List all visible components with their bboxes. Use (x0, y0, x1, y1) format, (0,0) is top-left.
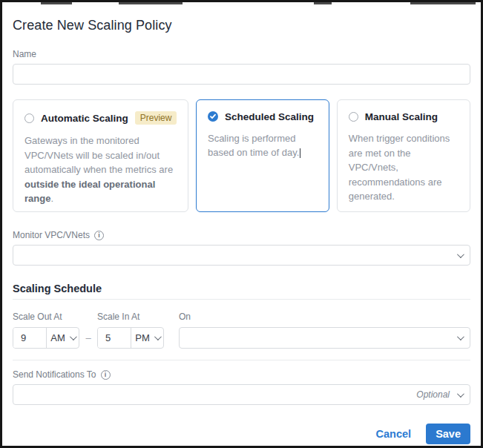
chevron-down-icon (457, 251, 464, 258)
clipped-background-text (410, 2, 476, 4)
card-header: Scheduled Scaling (208, 111, 318, 122)
create-scaling-policy-modal: Create New Scaling Policy Name Automatic… (2, 7, 481, 448)
desc-text: Scaling is performed based on time of da… (208, 133, 299, 159)
scaling-schedule-heading: Scaling Schedule (13, 283, 470, 294)
scale-out-meridiem-select[interactable]: AM (47, 328, 79, 348)
chevron-down-icon (154, 333, 162, 340)
desc-bold: outside the ideal operational range (24, 179, 155, 205)
on-label: On (179, 312, 470, 323)
send-notifications-select[interactable]: Optional (13, 384, 470, 405)
scale-in-time-group: PM (97, 327, 164, 349)
name-label: Name (13, 49, 470, 59)
scale-out-column: Scale Out At AM (13, 312, 79, 349)
card-title: Scheduled Scaling (225, 111, 314, 122)
card-scheduled-scaling[interactable]: Scheduled Scaling Scaling is performed b… (196, 99, 329, 212)
card-header: Manual Scaling (349, 111, 459, 122)
clipped-background-text (119, 2, 183, 4)
radio-unchecked-icon[interactable] (24, 113, 34, 123)
cancel-button[interactable]: Cancel (376, 428, 412, 440)
screenshot-frame: Create New Scaling Policy Name Automatic… (0, 0, 483, 448)
meridiem-value: PM (135, 332, 150, 343)
scale-out-time-group: AM (13, 327, 79, 349)
policy-type-cards: Automatic Scaling Preview Gateways in th… (13, 99, 470, 212)
scale-in-meridiem-select[interactable]: PM (131, 328, 163, 348)
monitor-vpc-label: Monitor VPC/VNets i (13, 230, 470, 240)
card-manual-scaling[interactable]: Manual Scaling When trigger conditions a… (337, 99, 470, 212)
on-days-select[interactable] (179, 327, 470, 349)
on-column: On (179, 312, 470, 349)
card-description: Gateways in the monitored VPC/VNets will… (24, 134, 177, 206)
scale-in-label: Scale In At (97, 312, 164, 323)
send-notifications-label-text: Send Notifications To (13, 369, 96, 380)
range-separator: – (85, 327, 91, 349)
info-icon[interactable]: i (94, 231, 104, 240)
send-notifications-label: Send Notifications To i (13, 369, 470, 380)
chevron-down-icon (457, 333, 464, 340)
name-label-text: Name (13, 49, 36, 59)
chevron-down-icon (70, 333, 77, 340)
scale-in-column: Scale In At PM (97, 312, 164, 349)
card-title: Automatic Scaling (41, 113, 128, 124)
divider (13, 360, 470, 360)
range-separator-column: – (79, 312, 97, 349)
schedule-row: Scale Out At AM – Scale In At (13, 312, 470, 349)
text-cursor (300, 148, 300, 158)
chevron-down-icon (457, 390, 464, 398)
card-description: Scaling is performed based on time of da… (208, 131, 318, 160)
radio-unchecked-icon[interactable] (349, 112, 358, 122)
name-input[interactable] (13, 64, 470, 85)
clipped-background-text (314, 2, 332, 4)
spacer (164, 312, 179, 349)
scale-out-label: Scale Out At (13, 312, 79, 323)
desc-suffix: . (50, 193, 53, 204)
card-description: When trigger conditions are met on the V… (349, 131, 459, 204)
radio-checked-icon[interactable] (208, 111, 218, 122)
card-title: Manual Scaling (365, 111, 438, 122)
background-clipped-row (2, 2, 481, 7)
spacer (87, 312, 89, 323)
preview-badge: Preview (135, 111, 177, 125)
monitor-vpc-select[interactable] (13, 245, 470, 266)
scale-out-hour-input[interactable] (13, 328, 46, 348)
info-icon[interactable]: i (101, 370, 111, 380)
optional-hint: Optional (416, 389, 450, 400)
save-button[interactable]: Save (426, 424, 470, 444)
desc-normal: Gateways in the monitored VPC/VNets will… (24, 135, 173, 175)
divider (13, 299, 470, 300)
modal-footer: Cancel Save (13, 424, 470, 444)
scale-in-hour-input[interactable] (98, 328, 131, 348)
meridiem-value: AM (50, 332, 65, 343)
card-automatic-scaling[interactable]: Automatic Scaling Preview Gateways in th… (13, 99, 188, 212)
desc-text: When trigger conditions are met on the V… (349, 133, 450, 202)
monitor-vpc-label-text: Monitor VPC/VNets (13, 230, 90, 240)
card-header: Automatic Scaling Preview (24, 111, 177, 125)
modal-title: Create New Scaling Policy (13, 18, 470, 33)
clipped-background-text (41, 2, 72, 4)
